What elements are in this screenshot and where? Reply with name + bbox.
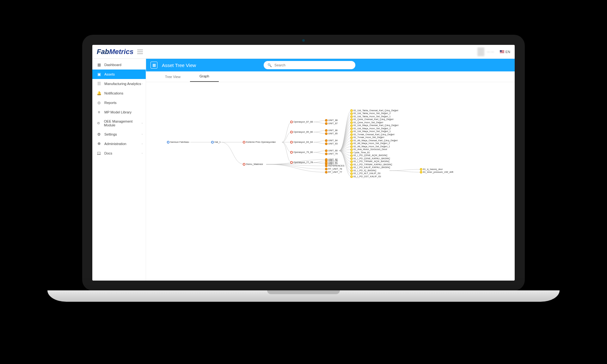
hamburger-icon[interactable] <box>137 50 143 54</box>
graph-node[interactable]: UNIT_80 <box>325 149 338 152</box>
svg-point-44 <box>325 168 327 170</box>
svg-point-82 <box>351 161 353 162</box>
user-badge[interactable]: — — <box>477 47 494 56</box>
svg-text:81_Çene_Hızın_Set_Değeri: 81_Çene_Hızın_Set_Değeri <box>353 121 383 124</box>
graph-node[interactable]: UNIT_87 <box>325 122 338 125</box>
graph-node[interactable]: RT_UNIT_77 <box>325 171 342 173</box>
sidebar-item-label: Administration <box>104 142 126 146</box>
graph-node[interactable]: Samsun Fabrikası <box>167 141 189 143</box>
svg-text:81_Ana_Motor_Sürücüsü_Devir: 81_Ana_Motor_Sürücüsü_Devir <box>353 148 387 151</box>
graph-node[interactable]: Operasyon_87_88 <box>291 120 313 123</box>
graph-node[interactable]: REFERENCES <box>325 164 344 167</box>
svg-text:Samsun Fabrikası: Samsun Fabrikası <box>170 141 189 143</box>
graph-node[interactable]: 81_Ust_Maça_Hızın_Set_Değeri_1 <box>351 130 391 133</box>
language-selector[interactable]: EN <box>500 50 510 54</box>
stage: FabMetrics — — EN <box>0 0 607 364</box>
graph-node[interactable]: Operasyon_85_86 <box>291 130 313 133</box>
graph-node[interactable]: 81_inner_pressure_UW_drift <box>420 171 454 173</box>
graph-canvas[interactable]: Samsun FabrikasıHat_1Kürleme Pres Operas… <box>146 82 515 281</box>
graph-node[interactable]: 81_Ust_Maça_Oransal_Kart_Çıkış_Değeri <box>351 124 399 127</box>
graph-node[interactable]: 81_I_PD_ALT_KALIP_ISI <box>351 172 381 175</box>
svg-text:81_Ust_Maça_Hızın_Set_Değeri_2: 81_Ust_Maça_Hızın_Set_Değeri_2 <box>353 127 391 130</box>
svg-text:81_Tırnak_Hızın_Set_Değeri: 81_Tırnak_Hızın_Set_Değeri <box>353 136 384 139</box>
sidebar-item-assets[interactable]: ▣Assets <box>92 70 146 79</box>
graph-node[interactable]: Operasyon_79_80 <box>291 151 313 154</box>
graph-node[interactable]: Hat_1 <box>212 141 221 143</box>
svg-text:81_inner_pressure_UW_drift: 81_inner_pressure_UW_drift <box>423 171 454 173</box>
svg-point-68 <box>351 140 353 142</box>
svg-text:81_I_PD_KALIP_KAPALI_BASINÇ: 81_I_PD_KALIP_KAPALI_BASINÇ <box>353 166 390 169</box>
graph-node[interactable]: Operasyon_83_84 <box>291 141 313 143</box>
graph-node[interactable]: Demo_Makinesi <box>243 163 263 166</box>
graph-node[interactable]: 81_I_PD_TIRNAK_KAPALI_BASINÇ <box>351 163 393 166</box>
graph-node[interactable]: UNIT_82 <box>325 158 338 161</box>
svg-point-48 <box>351 110 353 112</box>
app-body: ▦Dashboard▣Assets☷Manufacturing Analytic… <box>92 59 515 281</box>
sidebar-item-notifications[interactable]: 🔔Notifications <box>92 88 146 98</box>
svg-point-60 <box>351 128 353 130</box>
svg-text:Cycle_Time_81: Cycle_Time_81 <box>353 151 370 154</box>
graph-node[interactable]: 81_Ust_Tabla_Hızın_Set_Değeri_1 <box>351 115 391 118</box>
graph-node[interactable]: 81_I_PD_KALIP_KAPALI_BASINÇ <box>351 166 390 169</box>
graph-node[interactable]: 81_I_PD_TIRNAK_AÇIK_BASINÇ <box>351 160 390 163</box>
svg-point-32 <box>291 161 292 163</box>
graph-node[interactable]: 81_Tırnak_Oransal_Kart_Çıkış_Değeri <box>351 133 395 136</box>
graph-node[interactable]: 81_Ust_Tabla_Hızın_Set_Değeri_2 <box>351 112 391 115</box>
sidebar-item-administration[interactable]: ☸Administration› <box>92 139 146 149</box>
graph-node[interactable]: 81_Alt_Maça_Oransal_Kart_Çıkış_Değeri <box>351 139 398 142</box>
svg-point-40 <box>325 162 327 164</box>
graph-node[interactable]: Kürleme Pres Operasyonları <box>243 141 276 143</box>
sidebar-item-label: Assets <box>104 72 115 76</box>
graph-node[interactable]: 81_Ana_Motor_Sürücüsü_Devir <box>351 148 387 151</box>
sidebar-item-manufacturing-analytics[interactable]: ☷Manufacturing Analytics› <box>92 79 146 88</box>
sidebar-item-dashboard[interactable]: ▦Dashboard <box>92 60 146 70</box>
graph-node[interactable]: 81_Tırnak_Hızın_Set_Değeri <box>351 136 384 139</box>
search-box[interactable]: 🔍 <box>264 61 355 69</box>
camera-dot <box>302 39 305 42</box>
sidebar-item-label: MP Model Library <box>104 110 132 114</box>
sidebar-item-settings[interactable]: ✿Settings› <box>92 130 146 139</box>
svg-point-92 <box>351 176 353 178</box>
sidebar-item-oee-management-module[interactable]: ⛭OEE Management Module› <box>92 117 146 130</box>
search-input[interactable] <box>274 63 352 67</box>
graph-node[interactable]: UNIT_85 <box>325 132 338 135</box>
graph-node[interactable]: UNIT_84 <box>325 139 338 142</box>
svg-text:81_I_PD_ÇENE_KAPALI_BASINÇ: 81_I_PD_ÇENE_KAPALI_BASINÇ <box>353 157 390 160</box>
graph-node[interactable]: 81_Alt_Maça_Hızın_Set_Değeri_1 <box>351 145 390 148</box>
app-root: FabMetrics — — EN <box>92 45 515 281</box>
sidebar-item-label: OEE Management Module <box>104 119 141 127</box>
svg-point-30 <box>325 153 327 155</box>
sidebar-item-mp-model-library[interactable]: ≡MP Model Library <box>92 107 146 117</box>
graph-node[interactable]: RT_UNIT_78 <box>325 167 342 170</box>
sidebar-item-reports[interactable]: ◎Reports <box>92 98 146 107</box>
svg-point-90 <box>351 173 353 174</box>
svg-text:81_Alt_Maça_Hızın_Set_Değeri_1: 81_Alt_Maça_Hızın_Set_Değeri_1 <box>353 145 390 148</box>
graph-node[interactable]: UNIT_83 <box>325 142 338 145</box>
graph-node[interactable]: 81_iç_basınç_skor <box>420 168 443 171</box>
svg-text:81_Tırnak_Oransal_Kart_Çıkış_D: 81_Tırnak_Oransal_Kart_Çıkış_Değeri <box>353 133 395 136</box>
graph-node[interactable]: Cycle_Time_81 <box>351 151 370 154</box>
graph-node[interactable]: 81_I_PD_ÇENE_AÇIK_BASINÇ <box>351 154 388 157</box>
graph-node[interactable]: UNIT_79 <box>325 152 338 155</box>
tab-tree-view[interactable]: Tree View <box>156 72 190 82</box>
svg-text:Operasyon_83_84: Operasyon_83_84 <box>293 141 313 143</box>
brand-part-metrics: Metrics <box>109 48 133 56</box>
graph-node[interactable]: 81_I_PD_İÇ_BASINÇ <box>351 169 377 172</box>
graph-node[interactable]: UNIT_86 <box>325 129 338 132</box>
graph-node[interactable]: 81_I_PD_ÜST_KALIP_ISI <box>351 175 381 178</box>
graph-node[interactable]: 81_I_PD_ÇENE_KAPALI_BASINÇ <box>351 157 390 160</box>
tab-graph[interactable]: Graph <box>190 71 219 82</box>
graph-node[interactable]: 81_Ust_Maça_Hızın_Set_Değeri_2 <box>351 127 391 130</box>
graph-node[interactable]: Operasyon_77_78 <box>291 161 313 164</box>
graph-node[interactable]: UNIT_88 <box>325 119 338 122</box>
sidebar-item-docs[interactable]: 🕮Docs› <box>92 149 146 158</box>
titlebar-icon: ▦ <box>150 62 157 69</box>
graph-node[interactable]: 81_Çene_Oransal_Kart_Çıkış_Değeri <box>351 118 394 121</box>
svg-point-94 <box>420 168 422 170</box>
svg-point-16 <box>325 130 327 131</box>
graph-node[interactable]: 81_Ust_Tabla_Oransal_Kart_Çıkış_Değeri <box>351 109 398 112</box>
search-icon: 🔍 <box>267 63 272 67</box>
graph-node[interactable]: 81_Alt_Maça_Hızın_Set_Değeri_2 <box>351 142 390 145</box>
svg-text:81_Çene_Oransal_Kart_Çıkış_Değ: 81_Çene_Oransal_Kart_Çıkış_Değeri <box>353 118 394 121</box>
graph-node[interactable]: 81_Çene_Hızın_Set_Değeri <box>351 121 383 124</box>
